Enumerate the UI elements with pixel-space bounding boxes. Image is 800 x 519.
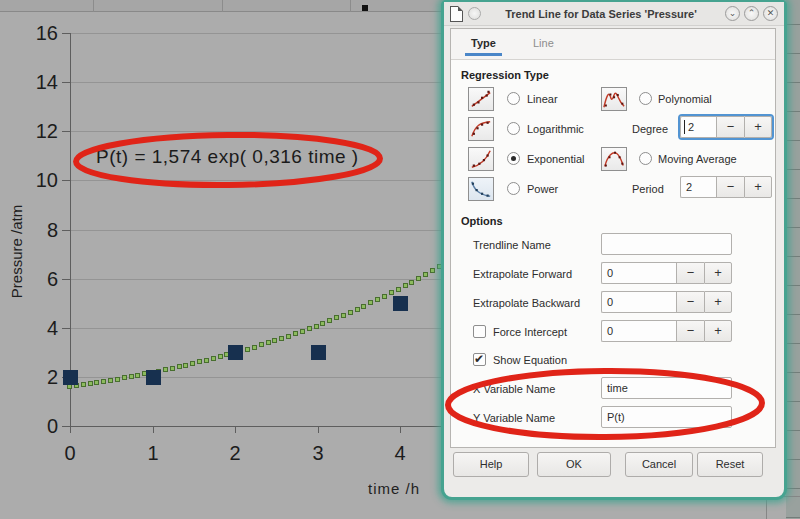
degree-increment-button[interactable]: + — [744, 116, 772, 138]
y-tick-label: 4 — [24, 318, 58, 338]
extrapolate-forward-spinner: 0 − + — [601, 262, 732, 284]
trendline-dot — [197, 359, 202, 364]
close-window-button[interactable]: ✕ — [763, 6, 778, 21]
y-tick-label: 6 — [24, 269, 58, 289]
force-intercept-checkbox[interactable] — [473, 325, 486, 338]
period-spinner: 2 − + — [680, 176, 772, 198]
y-tick-label: 14 — [24, 72, 58, 92]
help-button[interactable]: Help — [453, 452, 529, 477]
trendline-name-input[interactable] — [601, 233, 732, 255]
extrapolate-forward-field[interactable]: 0 — [601, 262, 676, 284]
trendline-dot — [334, 315, 339, 320]
y-axis-title: Pressure /atm — [8, 192, 25, 312]
extrapolate-backward-decrement-button[interactable]: − — [676, 291, 704, 313]
x-variable-name-label: X Variable Name — [473, 383, 555, 395]
show-equation-checkbox[interactable] — [473, 353, 486, 366]
trendline-dot — [218, 354, 223, 359]
extrapolate-backward-increment-button[interactable]: + — [704, 291, 732, 313]
radio-power[interactable] — [507, 182, 520, 195]
trendline-dot — [115, 377, 120, 382]
degree-decrement-button[interactable]: − — [716, 116, 744, 138]
dialog-panel: Type Line Regression Type Linear Polynom… — [450, 28, 776, 448]
trendline-dot — [403, 283, 408, 288]
dialog-title: Trend Line for Data Series 'Pressure' — [481, 8, 721, 20]
degree-field[interactable]: 2 — [680, 116, 716, 138]
y-variable-name-input[interactable]: P(t) — [601, 406, 732, 428]
trendline-dot — [361, 304, 366, 309]
trendline-dot — [382, 294, 387, 299]
trendline-dot — [81, 382, 86, 387]
extrapolate-backward-field[interactable]: 0 — [601, 291, 676, 313]
cell-border — [350, 0, 351, 12]
force-intercept-increment-button[interactable]: + — [704, 320, 732, 342]
radio-polynomial[interactable] — [639, 92, 652, 105]
y-tick-label: 10 — [24, 170, 58, 190]
radio-linear[interactable] — [507, 92, 520, 105]
trend-line-dialog: Trend Line for Data Series 'Pressure' ⌄ … — [441, 0, 787, 500]
polynomial-icon — [601, 87, 627, 111]
window-menu-icon[interactable] — [468, 7, 481, 20]
linear-icon — [468, 87, 494, 111]
data-point[interactable] — [311, 345, 326, 360]
y-tick-label: 16 — [24, 23, 58, 43]
radio-exponential[interactable] — [507, 152, 520, 165]
period-field[interactable]: 2 — [680, 176, 716, 198]
radio-moving-average[interactable] — [639, 152, 652, 165]
trendline-dot — [320, 321, 325, 326]
x-tick-mark — [400, 426, 401, 433]
shade-window-button[interactable]: ⌄ — [725, 6, 740, 21]
trendline-dot — [204, 358, 209, 363]
tab-line[interactable]: Line — [527, 35, 560, 51]
trendline-dot — [389, 290, 394, 295]
data-point[interactable] — [146, 370, 161, 385]
unshade-window-button[interactable]: ⌃ — [744, 6, 759, 21]
data-point[interactable] — [63, 370, 78, 385]
trendline-dot — [190, 361, 195, 366]
trendline-dot — [375, 297, 380, 302]
y-tick-mark — [62, 131, 70, 132]
tab-bar: Type Line — [451, 29, 775, 60]
y-variable-name-label: Y Variable Name — [473, 412, 555, 424]
y-tick-label: 12 — [24, 121, 58, 141]
trendline-equation-label[interactable]: P(t) = 1,574 exp( 0,316 time ) — [96, 146, 359, 168]
cancel-button[interactable]: Cancel — [625, 452, 693, 477]
extrapolate-forward-decrement-button[interactable]: − — [676, 262, 704, 284]
dialog-titlebar[interactable]: Trend Line for Data Series 'Pressure' ⌄ … — [444, 2, 784, 26]
trendline-name-label: Trendline Name — [473, 239, 551, 251]
logarithmic-label: Logarithmic — [527, 123, 584, 135]
y-tick-mark — [62, 33, 70, 34]
trendline-dot — [259, 342, 264, 347]
y-tick-label: 8 — [24, 220, 58, 240]
trendline-dot — [341, 313, 346, 318]
cell-border — [222, 0, 223, 12]
moving-average-label: Moving Average — [658, 153, 737, 165]
extrapolate-backward-spinner: 0 − + — [601, 291, 732, 313]
x-tick-label: 3 — [303, 443, 333, 463]
force-intercept-spinner: 0 − + — [601, 320, 732, 342]
x-tick-label: 1 — [138, 443, 168, 463]
y-tick-label: 0 — [24, 416, 58, 436]
trendline-dot — [396, 287, 401, 292]
x-variable-name-input[interactable]: time — [601, 377, 732, 399]
data-point[interactable] — [393, 296, 408, 311]
show-equation-label: Show Equation — [493, 354, 567, 366]
trendline-dot — [286, 334, 291, 339]
period-decrement-button[interactable]: − — [716, 176, 744, 198]
period-increment-button[interactable]: + — [744, 176, 772, 198]
reset-button[interactable]: Reset — [697, 452, 763, 477]
degree-spinner: 2 − + — [680, 116, 772, 138]
extrapolate-forward-increment-button[interactable]: + — [704, 262, 732, 284]
power-label: Power — [527, 183, 558, 195]
trendline-dot — [101, 379, 106, 384]
chart-selection-handle[interactable] — [362, 5, 368, 11]
data-point[interactable] — [228, 345, 243, 360]
tab-type[interactable]: Type — [465, 35, 502, 56]
trendline-dot — [300, 329, 305, 334]
ok-button[interactable]: OK — [537, 452, 611, 477]
x-tick-mark — [235, 426, 236, 433]
radio-logarithmic[interactable] — [507, 122, 520, 135]
y-tick-mark — [62, 230, 70, 231]
force-intercept-decrement-button[interactable]: − — [676, 320, 704, 342]
trendline-dot — [163, 367, 168, 372]
force-intercept-field[interactable]: 0 — [601, 320, 676, 342]
